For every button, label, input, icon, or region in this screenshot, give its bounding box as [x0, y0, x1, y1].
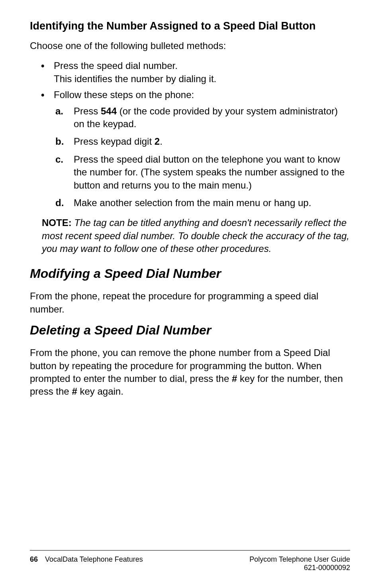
bullet1-line1: Press the speed dial number.	[54, 60, 178, 71]
note-text: The tag can be titled anything and doesn…	[42, 217, 349, 254]
footer-left-text: VocalData Telephone Features	[45, 555, 143, 572]
step-b-letter: b.	[55, 135, 64, 148]
note-block: NOTE: The tag can be titled anything and…	[42, 216, 350, 255]
step-a-letter: a.	[55, 105, 63, 118]
page-footer: 66 VocalData Telephone Features Polycom …	[30, 550, 350, 572]
step-d: d. Make another selection from the main …	[71, 197, 350, 209]
modify-text: From the phone, repeat the procedure for…	[30, 290, 350, 316]
hash-1: #	[232, 373, 237, 384]
step-a-code: 544	[101, 106, 117, 116]
footer-right: Polycom Telephone User Guide 621-0000009…	[249, 555, 350, 572]
heading-delete: Deleting a Speed Dial Number	[30, 323, 350, 338]
step-c-text: Press the speed dial button on the telep…	[74, 154, 345, 191]
step-a-pre: Press	[74, 106, 101, 116]
step-c-letter: c.	[55, 153, 63, 166]
step-b-digit: 2	[155, 136, 160, 147]
intro-text: Choose one of the following bulleted met…	[30, 39, 350, 52]
step-c: c. Press the speed dial button on the te…	[71, 153, 350, 192]
sub-list: a. Press 544 (or the code provided by yo…	[54, 105, 350, 210]
delete-post: key again.	[77, 386, 123, 397]
bullet-item-1: Press the speed dial number. This identi…	[54, 59, 350, 85]
note-label: NOTE:	[42, 217, 74, 228]
step-b: b. Press keypad digit 2.	[71, 135, 350, 148]
step-b-post: .	[160, 136, 163, 147]
delete-text: From the phone, you can remove the phone…	[30, 346, 350, 398]
footer-page-number: 66	[30, 555, 38, 572]
bullet-list: Press the speed dial number. This identi…	[30, 59, 350, 209]
step-a: a. Press 544 (or the code provided by yo…	[71, 105, 350, 131]
bullet2-intro: Follow these steps on the phone:	[54, 89, 194, 100]
footer-left: 66 VocalData Telephone Features	[30, 555, 143, 572]
heading-modify: Modifying a Speed Dial Number	[30, 266, 350, 281]
hash-2: #	[72, 386, 77, 397]
bullet1-line2: This identifies the number by dialing it…	[54, 73, 216, 84]
step-b-pre: Press keypad digit	[74, 136, 155, 147]
step-d-letter: d.	[55, 197, 64, 209]
step-d-text: Make another selection from the main men…	[74, 197, 311, 208]
footer-right-code: 621-00000092	[304, 564, 350, 572]
footer-right-title: Polycom Telephone User Guide	[249, 555, 350, 563]
bullet-item-2: Follow these steps on the phone: a. Pres…	[54, 88, 350, 209]
section-heading-identify: Identifying the Number Assigned to a Spe…	[30, 20, 350, 32]
